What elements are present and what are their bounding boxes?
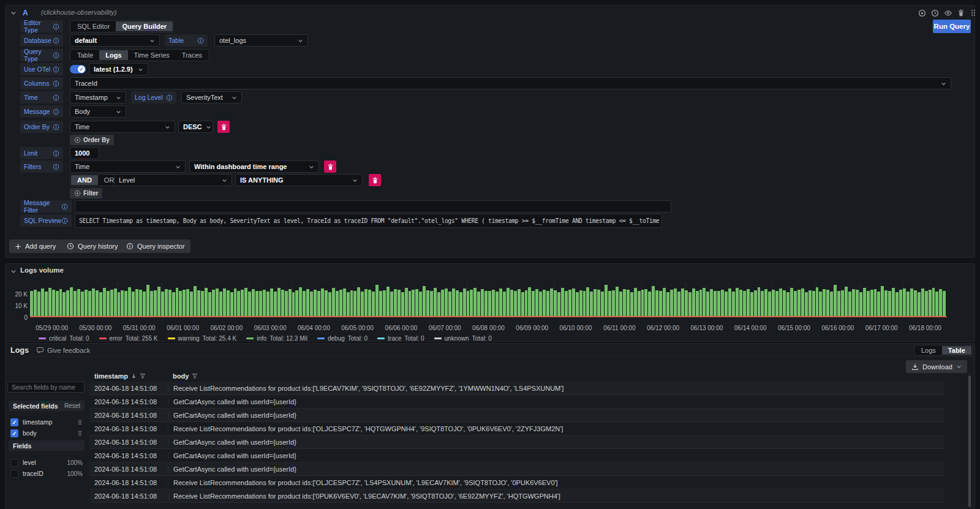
volume-bar[interactable] [699, 290, 703, 317]
volume-bar[interactable] [612, 290, 615, 317]
volume-bar[interactable] [470, 290, 473, 317]
volume-bar[interactable] [45, 292, 48, 317]
volume-bar[interactable] [128, 287, 131, 317]
volume-bar[interactable] [888, 291, 891, 317]
volume-bar[interactable] [830, 292, 833, 317]
volume-bar[interactable] [70, 287, 73, 317]
table-row[interactable]: 2024-06-18 14:51:08Receive ListRecommend… [89, 489, 944, 503]
volume-bar[interactable] [132, 292, 135, 317]
volume-bar[interactable] [696, 291, 699, 317]
legend-series-name[interactable]: warning [178, 335, 200, 342]
sort-desc-icon[interactable] [131, 373, 137, 379]
volume-bar[interactable] [706, 292, 709, 317]
volume-bar[interactable] [456, 290, 459, 317]
volume-bar[interactable] [48, 288, 51, 317]
volume-bar[interactable] [183, 290, 186, 317]
volume-bar[interactable] [383, 290, 386, 317]
volume-bar[interactable] [361, 292, 364, 317]
volume-bar[interactable] [201, 291, 204, 317]
volume-bar[interactable] [186, 289, 189, 317]
volume-bar[interactable] [172, 292, 175, 317]
add-order-by-button[interactable]: Order By [70, 135, 114, 145]
volume-bar[interactable] [892, 288, 895, 317]
volume-bar[interactable] [605, 285, 608, 317]
message-filter-input[interactable] [75, 200, 671, 213]
volume-bar[interactable] [666, 292, 669, 317]
volume-bar[interactable] [583, 291, 586, 317]
volume-bar[interactable] [572, 288, 575, 317]
volume-bar[interactable] [390, 292, 393, 317]
run-query-button[interactable]: Run Query [933, 20, 971, 33]
volume-bar[interactable] [779, 288, 782, 317]
body-column-header[interactable]: body [168, 372, 944, 380]
volume-bar[interactable] [288, 289, 292, 317]
volume-bar[interactable] [823, 289, 826, 317]
volume-bar[interactable] [565, 291, 568, 317]
volume-bar[interactable] [263, 290, 266, 317]
volume-bar[interactable] [521, 292, 524, 317]
volume-bar[interactable] [375, 285, 379, 317]
volume-bar[interactable] [110, 290, 113, 317]
volume-bar[interactable] [659, 291, 662, 317]
volume-bar[interactable] [826, 290, 829, 317]
volume-bar[interactable] [223, 288, 226, 317]
volume-bar[interactable] [648, 292, 651, 317]
volume-bar[interactable] [405, 288, 408, 317]
volume-bar[interactable] [736, 288, 739, 317]
table-row[interactable]: 2024-06-18 14:51:08GetCartAsync called w… [89, 409, 944, 422]
volume-bar[interactable] [398, 290, 401, 317]
query-ref-id[interactable]: A [23, 9, 28, 17]
volume-bar[interactable] [884, 290, 888, 317]
volume-bar[interactable] [139, 290, 142, 317]
volume-bar[interactable] [525, 290, 528, 317]
volume-bar[interactable] [353, 291, 356, 317]
volume-bar[interactable] [918, 292, 921, 317]
volume-bar[interactable] [357, 287, 360, 317]
drag-handle-icon[interactable] [77, 430, 83, 437]
volume-bar[interactable] [499, 288, 502, 317]
volume-bar[interactable] [535, 289, 538, 317]
volume-bar[interactable] [350, 290, 353, 317]
volume-bar[interactable] [99, 292, 102, 317]
volume-bar[interactable] [394, 289, 397, 317]
filter-bool-option-and[interactable]: AND [71, 175, 98, 185]
table-row[interactable]: 2024-06-18 14:51:08GetCartAsync called w… [89, 435, 944, 449]
volume-bar[interactable] [219, 292, 222, 317]
volume-bar[interactable] [856, 290, 859, 317]
volume-bar[interactable] [717, 291, 720, 317]
filter2-operator-select[interactable]: IS ANYTHING [235, 174, 363, 186]
reset-fields-button[interactable]: Reset [64, 402, 80, 409]
info-icon[interactable] [53, 124, 59, 130]
volume-bar[interactable] [608, 291, 611, 317]
volume-bar[interactable] [899, 290, 902, 317]
info-icon[interactable] [53, 94, 59, 101]
volume-bar[interactable] [347, 292, 350, 317]
info-icon[interactable] [53, 37, 59, 44]
volume-bar[interactable] [586, 287, 589, 317]
volume-bar[interactable] [747, 289, 750, 317]
legend-series-name[interactable]: unknown [445, 335, 469, 342]
volume-bar[interactable] [303, 291, 306, 317]
volume-bar[interactable] [488, 291, 491, 317]
legend-series-name[interactable]: trace [388, 335, 401, 342]
volume-bar[interactable] [81, 292, 84, 317]
volume-bar[interactable] [270, 288, 273, 317]
volume-bar[interactable] [107, 291, 110, 317]
volume-bar[interactable] [739, 290, 742, 317]
volume-bar[interactable] [37, 292, 40, 317]
volume-bar[interactable] [895, 292, 899, 317]
volume-bar[interactable] [448, 292, 451, 317]
query-type-option-traces[interactable]: Traces [176, 50, 208, 60]
volume-bar[interactable] [914, 290, 917, 317]
table-row[interactable]: 2024-06-18 14:51:08Receive ListRecommend… [89, 422, 944, 435]
info-icon[interactable] [53, 164, 59, 170]
volume-bar[interactable] [463, 288, 466, 317]
volume-bar[interactable] [252, 289, 255, 317]
volume-bar[interactable] [244, 288, 247, 317]
volume-bar[interactable] [819, 292, 822, 317]
volume-bar[interactable] [103, 288, 106, 317]
volume-bar[interactable] [430, 291, 433, 317]
checkbox-unchecked[interactable] [10, 459, 18, 467]
volume-bar[interactable] [208, 292, 211, 317]
volume-bar[interactable] [459, 292, 462, 317]
